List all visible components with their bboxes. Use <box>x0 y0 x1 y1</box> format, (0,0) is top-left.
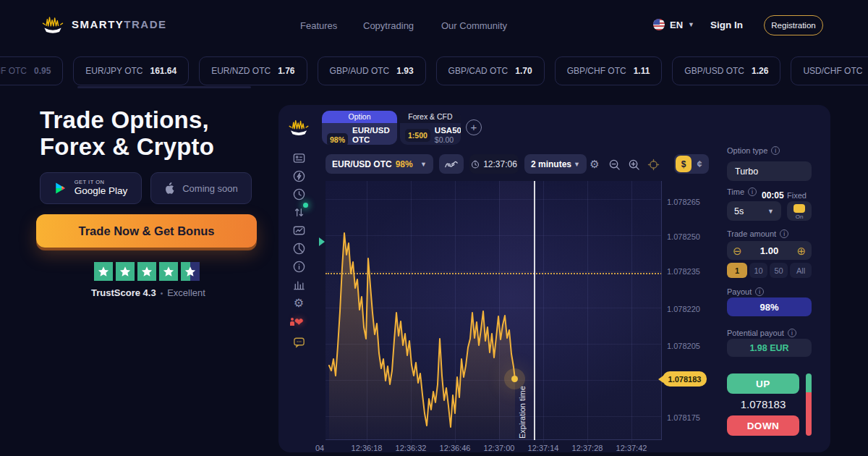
quick-amount-1[interactable]: 1 <box>727 263 747 278</box>
app-store-button[interactable]: Coming soon <box>150 172 252 204</box>
info-icon[interactable] <box>748 187 757 196</box>
zoom-in-button[interactable] <box>625 156 642 173</box>
time-axis-label: 12:37:28 <box>572 444 603 452</box>
ticker-chip[interactable]: EUR/CHF OTC 0.95 <box>0 56 63 85</box>
time-axis-label: 04 <box>315 444 324 452</box>
fixed-time-toggle[interactable]: On <box>787 201 812 221</box>
statistics-pie-icon[interactable] <box>291 240 307 256</box>
add-asset-button[interactable]: + <box>466 119 482 135</box>
price-axis-label: 1.078205 <box>667 342 700 350</box>
tab-option-eurusd[interactable]: Option 98% EUR/USD OTC $0.00 <box>322 111 397 145</box>
trade-history-icon[interactable] <box>291 222 307 238</box>
zoom-out-button[interactable] <box>605 156 623 173</box>
trading-platform-widget: Option 98% EUR/USD OTC $0.00 Forex & CFD… <box>278 105 830 452</box>
interval-value: 2 minutes <box>531 159 571 169</box>
tab-forex-usa500[interactable]: Forex & CFD 1:500 USA500 $0.00 <box>400 111 461 145</box>
price-axis-label: 1.078265 <box>667 198 700 206</box>
symbol-payout: 98% <box>396 159 413 169</box>
tab-balance: $0.00 <box>435 135 461 144</box>
ticker-chip[interactable]: USD/CHF OTC 0.88 <box>791 56 868 85</box>
registration-button[interactable]: Registration <box>764 15 823 35</box>
star-icon <box>116 262 135 281</box>
trustpilot-stars <box>94 262 200 281</box>
cent-unit-button[interactable]: ¢ <box>692 156 707 172</box>
price-line-chart <box>326 181 662 440</box>
quick-amount-50[interactable]: 50 <box>770 263 788 278</box>
quick-amount-all[interactable]: All <box>790 263 812 278</box>
ticker-value: 161.64 <box>150 66 176 76</box>
platform-logo-icon <box>286 117 311 138</box>
clock-time: 12:37:06 <box>483 159 517 169</box>
sign-in-button[interactable]: Sign In <box>710 20 743 30</box>
ticker-value: 1.11 <box>634 66 650 76</box>
amount-value[interactable]: 1.00 <box>760 245 778 256</box>
ticker-chip[interactable]: GBP/AUD OTC 1.93 <box>318 56 426 85</box>
fixed-label: Fixed <box>787 191 807 200</box>
amount-decrease-button[interactable]: ⊖ <box>733 245 742 256</box>
leaderboard-icon[interactable] <box>291 276 307 292</box>
chart-settings-button[interactable]: ⚙ <box>586 156 603 173</box>
ticker-chip[interactable]: GBP/USD OTC 1.26 <box>672 56 780 85</box>
info-icon[interactable] <box>788 329 796 337</box>
account-panel-icon[interactable] <box>291 150 307 166</box>
nav-features[interactable]: Features <box>300 20 337 31</box>
current-price-tag: 1.078183 <box>663 371 707 387</box>
flash-trades-icon[interactable] <box>291 168 307 184</box>
sidebar-expand-handle[interactable] <box>319 237 325 246</box>
symbol-dropdown[interactable]: EUR/USD OTC 98% ▼ <box>326 154 433 174</box>
ticker-pair: GBP/CHF OTC <box>567 66 626 76</box>
line-chart-icon <box>444 159 459 169</box>
amount-increase-button[interactable]: ⊕ <box>796 245 806 256</box>
quick-amount-10[interactable]: 10 <box>749 263 767 278</box>
chevron-down-icon: ▼ <box>574 161 580 168</box>
price-axis-label: 1.078250 <box>667 232 700 241</box>
option-type-select[interactable]: Turbo <box>727 161 812 181</box>
price-chart[interactable]: Expiration time <box>326 181 662 440</box>
ticker-value: 1.70 <box>515 66 532 76</box>
refer-friend-heart-icon[interactable]: ❤ <box>291 314 307 330</box>
nav-copytrading[interactable]: Copytrading <box>363 20 414 31</box>
info-panel-icon[interactable] <box>291 258 307 274</box>
crosshair-tracking-button[interactable] <box>644 156 662 173</box>
toggle-state-label: On <box>787 214 812 220</box>
top-navbar: SMARTYTRADE Features Copytrading Our Com… <box>0 0 868 51</box>
ticker-pair: EUR/CHF OTC <box>0 66 27 76</box>
ticker-chip[interactable]: GBP/CAD OTC 1.70 <box>436 56 545 85</box>
trade-now-cta-button[interactable]: Trade Now & Get Bonus <box>36 214 257 248</box>
duration-dropdown[interactable]: 5s▼ <box>727 201 781 221</box>
ticker-chip[interactable]: EUR/JPY OTC 161.64 <box>73 56 189 85</box>
ticker-chip[interactable]: GBP/CHF OTC 1.11 <box>555 56 663 85</box>
ticker-value: 0.95 <box>34 66 51 76</box>
payout-badge: 98% <box>327 133 348 145</box>
ticker-pair: GBP/CAD OTC <box>448 66 509 76</box>
potential-payout-value: 1.98 EUR <box>727 339 812 357</box>
nav-our-community[interactable]: Our Community <box>441 20 507 31</box>
ticker-scrollbar-thumb[interactable] <box>77 86 251 88</box>
tab-type-label: Forex & CFD <box>400 111 461 123</box>
sentiment-down <box>806 392 812 436</box>
chevron-down-icon: ▼ <box>688 21 694 28</box>
info-icon[interactable] <box>755 287 764 296</box>
interval-dropdown[interactable]: 2 minutes ▼ <box>524 154 587 174</box>
payout-label: Payout <box>727 287 764 296</box>
down-trade-button[interactable]: DOWN <box>727 415 799 436</box>
settings-gear-icon[interactable]: ⚙ <box>291 295 307 311</box>
google-play-button[interactable]: GET IT ON Google Play <box>40 172 142 204</box>
ticker-pair: GBP/USD OTC <box>684 66 744 76</box>
support-chat-icon[interactable] <box>291 334 307 350</box>
dollar-unit-button[interactable]: $ <box>676 156 692 172</box>
up-trade-button[interactable]: UP <box>727 373 799 394</box>
info-icon[interactable] <box>771 146 780 155</box>
server-clock-display: 12:37:06 <box>469 154 519 174</box>
ticker-chip[interactable]: EUR/NZD OTC 1.76 <box>199 56 307 85</box>
amount-stepper: ⊖ 1.00 ⊕ <box>727 241 812 260</box>
language-selector[interactable]: EN ▼ <box>653 19 694 30</box>
open-trades-icon[interactable] <box>291 204 307 220</box>
chart-type-button[interactable] <box>439 154 464 174</box>
apple-icon <box>164 182 175 195</box>
pending-trades-icon[interactable] <box>291 186 307 202</box>
expiration-time-label: Expiration time <box>518 378 527 439</box>
info-icon[interactable] <box>780 229 788 238</box>
ticker-value: 1.26 <box>752 66 768 76</box>
time-countdown: 00:05 <box>762 190 784 200</box>
